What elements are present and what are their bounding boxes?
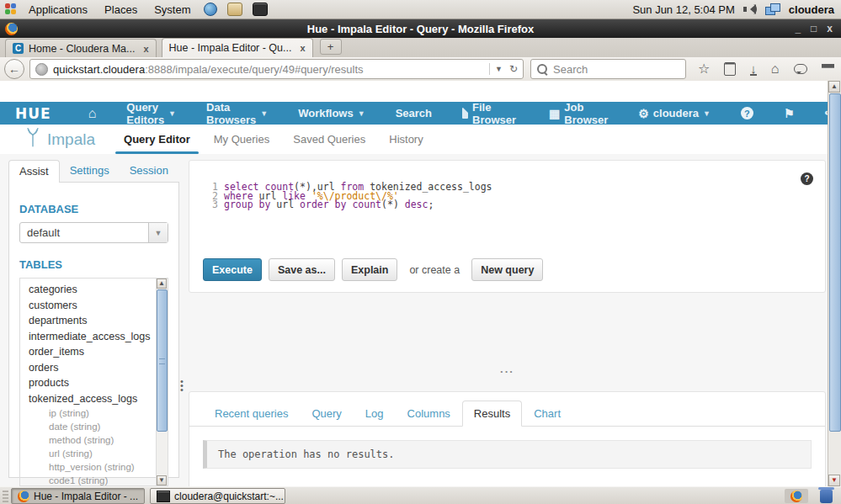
column-item[interactable]: method (string)	[20, 433, 168, 447]
terminal-launcher-icon[interactable]	[253, 3, 268, 16]
results-tab-results[interactable]: Results	[462, 401, 522, 427]
nav-user-menu[interactable]: ⚙cloudera▼	[623, 107, 726, 119]
downloads-icon[interactable]: ↓	[750, 63, 757, 76]
nav-data-browsers[interactable]: Data Browsers▼	[191, 102, 283, 125]
reload-icon[interactable]: ↻	[509, 63, 518, 75]
hue-main-area: Assist Settings Session DATABASE default…	[0, 154, 828, 486]
results-tab-log[interactable]: Log	[354, 401, 396, 427]
nav-file-browser[interactable]: File Browser	[447, 101, 534, 126]
sql-editor[interactable]: 123 select count(*),url from tokenized_a…	[203, 183, 791, 248]
tray-firefox-slot[interactable]	[785, 489, 808, 503]
table-item[interactable]: intermediate_access_logs	[20, 329, 168, 345]
taskbar-handle[interactable]	[3, 490, 8, 502]
results-tab-chart[interactable]: Chart	[522, 401, 572, 427]
results-tab-columns[interactable]: Columns	[396, 401, 462, 427]
clock[interactable]: Sun Jun 12, 5:04 PM	[632, 3, 734, 16]
editor-code[interactable]: select count(*),url from tokenized_acces…	[218, 183, 492, 248]
url-bar[interactable]: quickstart.cloudera:8888/impala/execute/…	[29, 59, 524, 79]
scroll-up-icon[interactable]: ▲	[828, 81, 840, 93]
column-item[interactable]: http_version (string)	[20, 460, 168, 474]
bookmark-star-icon[interactable]: ☆	[698, 62, 710, 76]
hue-logo[interactable]: HUE	[15, 105, 51, 122]
table-item[interactable]: departments	[20, 313, 168, 329]
nav-help[interactable]: ?	[726, 107, 769, 119]
table-item[interactable]: customers	[20, 298, 168, 314]
hello-chat-icon[interactable]	[794, 64, 807, 74]
nav-query-editors[interactable]: Query Editors▼	[111, 102, 191, 125]
menu-hamburger-icon[interactable]	[822, 64, 834, 75]
horizontal-resize-handle[interactable]: ...	[189, 366, 826, 378]
menu-system[interactable]: System	[146, 0, 199, 19]
mail-launcher-icon[interactable]	[227, 3, 242, 16]
scrollbar-thumb[interactable]	[829, 93, 841, 432]
tab-query-editor[interactable]: Query Editor	[112, 133, 202, 154]
column-item[interactable]: url (string)	[20, 447, 168, 460]
tab-settings[interactable]: Settings	[60, 160, 120, 183]
scrollbar-thumb[interactable]	[157, 289, 168, 432]
scroll-down-icon[interactable]: ▼	[157, 475, 167, 485]
site-identity-icon[interactable]	[35, 63, 48, 76]
search-box[interactable]: Search	[530, 59, 686, 79]
new-tab-button[interactable]: +	[320, 39, 342, 55]
url-dropdown-icon[interactable]: ▼	[495, 65, 503, 73]
tab-my-queries[interactable]: My Queries	[202, 133, 281, 154]
table-item[interactable]: orders	[20, 360, 168, 376]
nav-search[interactable]: Search	[381, 102, 447, 125]
save-as-button[interactable]: Save as...	[269, 258, 335, 281]
hue-home-button[interactable]: ⌂	[73, 102, 112, 125]
editor-help-icon[interactable]: ?	[801, 172, 813, 185]
browser-tab-cloudera-manager[interactable]: C Home - Cloudera Ma... x	[5, 39, 157, 57]
tab-session[interactable]: Session	[120, 160, 178, 183]
results-tab-recent-queries[interactable]: Recent queries	[203, 401, 300, 427]
trash-icon[interactable]	[820, 490, 833, 503]
execute-button[interactable]: Execute	[203, 258, 262, 281]
tab-close-icon[interactable]: x	[140, 44, 148, 54]
close-button[interactable]: x	[827, 20, 833, 38]
scroll-down-icon[interactable]: ▼	[828, 475, 840, 486]
back-button[interactable]: ←	[4, 59, 24, 79]
tab-label: Hue - Impala Editor - Qu...	[169, 42, 292, 54]
maximize-button[interactable]: □	[811, 20, 817, 38]
database-select[interactable]: default ▼	[19, 222, 168, 243]
nav-workflows[interactable]: Workflows▼	[283, 102, 380, 125]
browser-tab-hue-impala[interactable]: Hue - Impala Editor - Qu... x	[162, 38, 313, 57]
window-title: Hue - Impala Editor - Query - Mozilla Fi…	[0, 23, 841, 35]
web-browser-launcher-icon[interactable]	[204, 3, 217, 16]
column-item[interactable]: code1 (string)	[20, 474, 168, 486]
browser-viewport: HUE ⌂ Query Editors▼ Data Browsers▼ Work…	[0, 81, 841, 486]
table-item[interactable]: order_items	[20, 344, 168, 360]
browser-scrollbar[interactable]: ▲ ▼	[828, 81, 841, 486]
nav-job-browser[interactable]: ▦Job Browser	[534, 101, 623, 126]
select-dropdown-icon[interactable]: ▼	[148, 223, 168, 242]
home-icon[interactable]: ⌂	[771, 62, 780, 76]
scroll-up-icon[interactable]: ▲	[157, 279, 167, 289]
taskbar-window-terminal[interactable]: cloudera@quickstart:~...	[150, 488, 285, 504]
impala-app-name[interactable]: Impala	[47, 130, 95, 149]
bookmarks-menu-icon[interactable]	[724, 62, 736, 76]
tab-assist[interactable]: Assist	[8, 160, 60, 183]
tables-scrollbar[interactable]: ▲ ▼	[156, 279, 168, 485]
tab-history[interactable]: History	[377, 133, 434, 154]
table-item[interactable]: tokenized_access_logs	[20, 391, 168, 407]
menu-places[interactable]: Places	[96, 0, 146, 19]
network-icon[interactable]	[765, 3, 780, 15]
nav-feedback[interactable]: ⚑	[769, 107, 810, 120]
results-message: The operation has no results.	[203, 440, 812, 469]
menu-applications[interactable]: Applications	[20, 0, 96, 19]
database-heading: DATABASE	[19, 203, 168, 215]
table-item[interactable]: categories	[20, 282, 168, 298]
window-titlebar[interactable]: Hue - Impala Editor - Query - Mozilla Fi…	[0, 20, 841, 38]
applications-menu-icon[interactable]	[5, 3, 17, 15]
explain-button[interactable]: Explain	[342, 258, 397, 281]
column-item[interactable]: ip (string)	[20, 406, 168, 420]
volume-icon[interactable]	[743, 4, 757, 14]
table-item[interactable]: products	[20, 375, 168, 391]
column-item[interactable]: date (string)	[20, 420, 168, 433]
tab-close-icon[interactable]: x	[296, 43, 305, 53]
results-tab-query[interactable]: Query	[300, 401, 353, 427]
taskbar-window-firefox[interactable]: Hue - Impala Editor - ...	[11, 488, 145, 504]
new-query-button[interactable]: New query	[471, 258, 543, 281]
tab-saved-queries[interactable]: Saved Queries	[281, 133, 377, 154]
vertical-resize-handle[interactable]: •••	[178, 379, 185, 398]
minimize-button[interactable]: _	[795, 20, 801, 38]
